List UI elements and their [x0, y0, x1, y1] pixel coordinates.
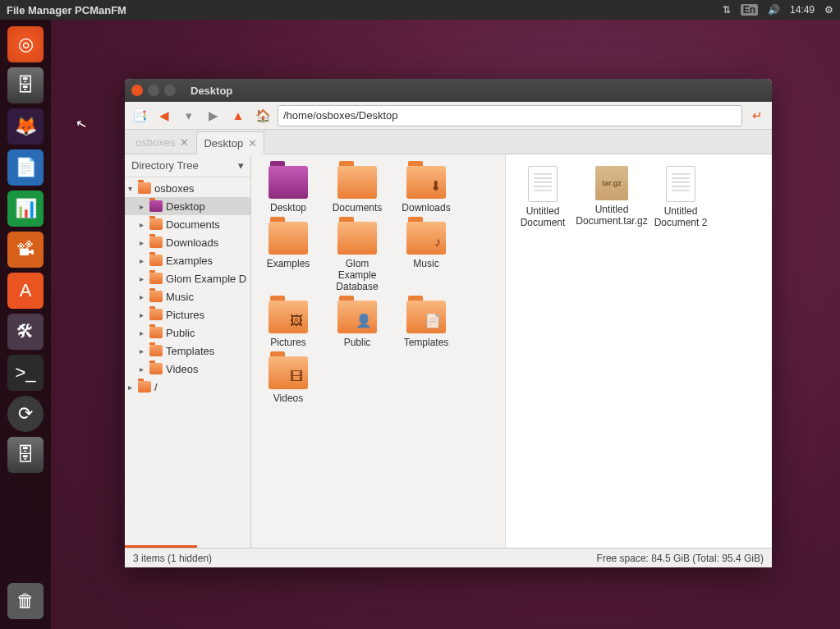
folder-icon — [149, 236, 163, 248]
home-button[interactable]: 🏠 — [253, 106, 273, 126]
tab-osboxes[interactable]: osboxes✕ — [128, 131, 196, 154]
expand-arrow-icon[interactable]: ▸ — [140, 365, 149, 374]
history-dropdown[interactable]: ▾ — [179, 106, 199, 126]
tree-node-documents[interactable]: ▸Documents — [125, 215, 250, 233]
tree-node-music[interactable]: ▸Music — [125, 287, 250, 305]
launcher-libreoffice-impress[interactable]: 📽 — [7, 232, 44, 268]
expand-arrow-icon[interactable]: ▸ — [140, 328, 149, 337]
file-item-examples[interactable]: Examples — [255, 218, 322, 296]
file-label: Glom Example Database — [325, 258, 389, 292]
folder-icon: ♪ — [406, 222, 446, 255]
network-icon[interactable]: ⇅ — [723, 4, 731, 16]
gear-icon[interactable]: ⚙ — [824, 4, 833, 16]
tree-node-templates[interactable]: ▸Templates — [125, 342, 250, 360]
expand-arrow-icon[interactable]: ▸ — [140, 310, 149, 319]
tree-label: Documents — [166, 218, 220, 231]
document-icon — [528, 166, 558, 202]
tree-label: / — [154, 381, 158, 393]
folder-icon — [149, 309, 163, 320]
folder-icon — [149, 345, 163, 356]
expand-arrow-icon[interactable]: ▾ — [128, 184, 138, 193]
expand-arrow-icon[interactable]: ▸ — [140, 292, 149, 301]
tree-label: Desktop — [166, 200, 205, 213]
desktop-pane[interactable]: Untitled Documenttar.gzUntitled Document… — [506, 154, 772, 548]
file-item-public[interactable]: 👤Public — [324, 297, 391, 351]
file-item-downloads[interactable]: ⬇Downloads — [392, 163, 460, 217]
file-item-templates[interactable]: 📄Templates — [392, 297, 460, 351]
chevron-down-icon: ▾ — [238, 159, 244, 172]
folder-icon: 🎞 — [269, 356, 308, 389]
tree-node-desktop[interactable]: ▸Desktop — [125, 197, 250, 215]
tree-node-glomexampled[interactable]: ▸Glom Example D — [125, 269, 250, 287]
file-item-untitled-document-2[interactable]: Untitled Document 2 — [647, 163, 714, 232]
minimize-button[interactable] — [148, 85, 159, 96]
launcher-terminal[interactable]: >_ — [7, 355, 44, 391]
up-button[interactable]: ▲ — [228, 106, 248, 126]
tree-node-osboxes[interactable]: ▾osboxes — [125, 179, 250, 197]
file-item-desktop[interactable]: Desktop — [255, 163, 322, 217]
file-label: Documents — [333, 202, 383, 213]
tree-node-downloads[interactable]: ▸Downloads — [125, 233, 250, 251]
tree-label: Videos — [166, 363, 199, 375]
tab-close-icon[interactable]: ✕ — [248, 137, 257, 149]
new-tab-button[interactable]: 📑 — [130, 106, 149, 126]
launcher-system-settings[interactable]: 🛠 — [7, 314, 44, 350]
file-item-videos[interactable]: 🎞Videos — [255, 353, 322, 407]
launcher-firefox[interactable]: 🦊 — [7, 108, 44, 145]
directory-tree: ▾osboxes▸Desktop▸Documents▸Downloads▸Exa… — [125, 177, 250, 545]
home-pane[interactable]: DesktopDocuments⬇DownloadsExamplesGlom E… — [251, 154, 506, 548]
folder-icon — [149, 218, 163, 230]
expand-arrow-icon[interactable]: ▸ — [140, 274, 149, 283]
expand-arrow-icon[interactable]: ▸ — [140, 347, 149, 356]
launcher-libreoffice-calc[interactable]: 📊 — [7, 191, 44, 227]
folder-icon — [149, 273, 163, 284]
folder-icon: 📄 — [406, 301, 446, 333]
trash-icon[interactable]: 🗑 — [7, 583, 44, 619]
expand-arrow-icon[interactable]: ▸ — [140, 256, 149, 265]
clock[interactable]: 14:49 — [790, 4, 815, 16]
sidebar-mode-selector[interactable]: Directory Tree ▾ — [125, 154, 250, 177]
tab-label: osboxes — [135, 136, 175, 149]
file-label: Public — [344, 337, 371, 348]
folder-icon — [138, 381, 151, 393]
path-bar[interactable]: /home/osboxes/Desktop — [278, 105, 742, 126]
status-bar: 3 items (1 hidden) Free space: 84.5 GiB … — [125, 548, 772, 567]
toolbar: 📑 ◀ ▾ ▶ ▲ 🏠 /home/osboxes/Desktop ↵ — [125, 102, 772, 130]
tree-node-pictures[interactable]: ▸Pictures — [125, 305, 250, 324]
expand-arrow-icon[interactable]: ▸ — [140, 238, 149, 247]
launcher-file-manager[interactable]: 🗄 — [7, 67, 44, 103]
expand-arrow-icon[interactable]: ▸ — [140, 220, 149, 229]
window-titlebar[interactable]: Desktop — [125, 79, 772, 102]
tree-node-videos[interactable]: ▸Videos — [125, 360, 250, 378]
file-item-pictures[interactable]: 🖼Pictures — [255, 297, 322, 351]
go-button[interactable]: ↵ — [747, 106, 767, 126]
content-area: DesktopDocuments⬇DownloadsExamplesGlom E… — [251, 154, 772, 548]
file-item-untitled-document-tar-gz[interactable]: tar.gzUntitled Document.tar.gz — [578, 163, 645, 232]
file-item-documents[interactable]: Documents — [324, 163, 391, 217]
sound-icon[interactable]: 🔊 — [768, 4, 780, 16]
file-item-music[interactable]: ♪Music — [392, 218, 460, 296]
tree-node-public[interactable]: ▸Public — [125, 324, 250, 342]
tree-node-[interactable]: ▸/ — [125, 378, 250, 396]
maximize-button[interactable] — [164, 85, 176, 96]
tree-node-examples[interactable]: ▸Examples — [125, 251, 250, 269]
launcher-libreoffice-writer[interactable]: 📄 — [7, 149, 44, 186]
keyboard-indicator[interactable]: En — [741, 4, 758, 16]
folder-icon — [269, 166, 308, 199]
launcher-ubuntu-dash[interactable]: ◎ — [7, 26, 44, 62]
close-button[interactable] — [131, 85, 143, 96]
expand-arrow-icon[interactable]: ▸ — [140, 202, 149, 211]
launcher-file-manager-2[interactable]: 🗄 — [7, 437, 44, 473]
file-item-glom-example-database[interactable]: Glom Example Database — [324, 218, 391, 296]
folder-icon — [149, 255, 163, 266]
tree-label: Public — [166, 327, 195, 339]
tab-close-icon[interactable]: ✕ — [180, 136, 189, 149]
forward-button[interactable]: ▶ — [204, 106, 223, 126]
launcher-software-updater[interactable]: ⟳ — [7, 396, 44, 432]
back-button[interactable]: ◀ — [154, 106, 174, 126]
expand-arrow-icon[interactable]: ▸ — [128, 383, 138, 392]
file-label: Pictures — [270, 337, 305, 348]
file-item-untitled-document[interactable]: Untitled Document — [509, 163, 576, 232]
tab-desktop[interactable]: Desktop✕ — [196, 131, 264, 154]
launcher-ubuntu-software[interactable]: A — [7, 273, 44, 309]
